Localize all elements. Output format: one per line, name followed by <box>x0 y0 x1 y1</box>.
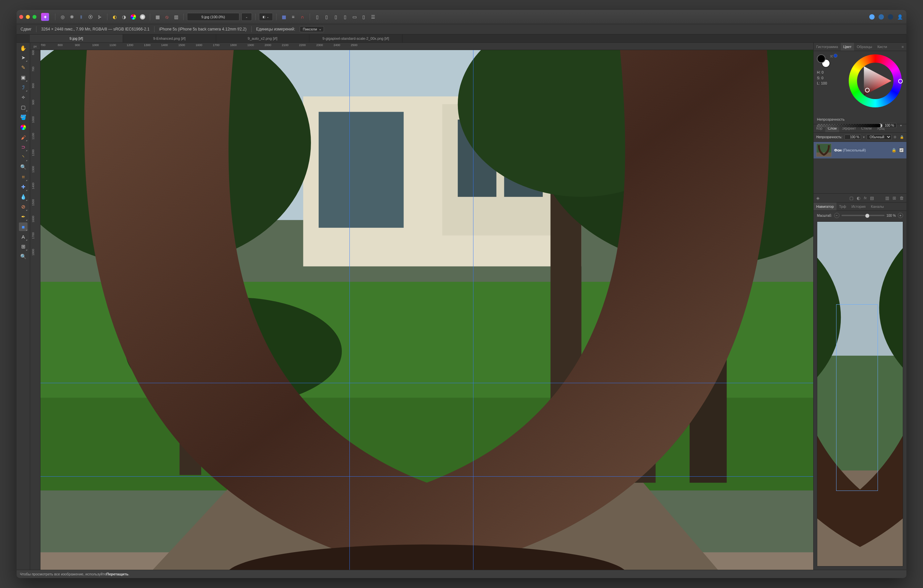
zoom-in-button[interactable]: + <box>898 213 903 218</box>
assistant-b-button[interactable] <box>877 13 885 21</box>
mask-layer-icon[interactable]: ◈ <box>816 195 820 200</box>
snap-guides-button[interactable]: ≡ <box>289 13 297 21</box>
horizontal-ruler[interactable]: 7008009001000110012001300140015001600170… <box>41 43 813 50</box>
crop-layer-icon[interactable]: ▧ <box>870 195 874 200</box>
clone-tool[interactable]: ⌗ <box>19 173 28 181</box>
opacity-slider[interactable] <box>817 124 880 127</box>
persona-liquify-button[interactable]: ❋ <box>68 13 76 21</box>
blur-tool[interactable]: 💧 <box>19 192 28 201</box>
layer-thumbnail[interactable] <box>816 143 831 157</box>
navigator-thumbnail[interactable] <box>817 222 903 567</box>
paint-brush-tool[interactable]: 🖌 <box>19 133 28 141</box>
recent-color-icon[interactable] <box>833 54 838 57</box>
arrange-backward-button[interactable]: ▯ <box>323 13 330 21</box>
tab-navigator[interactable]: Навигатор <box>814 202 836 210</box>
pen-tool[interactable]: ✒ <box>19 212 28 221</box>
vertical-ruler[interactable]: 6007008009001000110012001300140015001600… <box>30 50 41 570</box>
layer-opacity-field[interactable]: 100 % <box>844 135 861 140</box>
units-dropdown[interactable]: Пиксели <box>300 26 324 32</box>
fg-swatch[interactable] <box>817 54 826 63</box>
layer-settings-icon[interactable]: ⚙ <box>893 135 897 139</box>
persona-export-button[interactable]: ⊱ <box>96 13 104 21</box>
tab-history[interactable]: История <box>849 202 868 210</box>
canvas[interactable] <box>41 50 813 570</box>
fgcolor-dropdown[interactable]: ◧ ⌄ <box>259 13 273 21</box>
zoom-dropdown[interactable]: ⌄ <box>241 13 252 21</box>
inpaint-tool[interactable]: ⊘ <box>19 202 28 211</box>
group-icon[interactable]: ▥ <box>885 195 889 200</box>
persona-develop-button[interactable]: ⦀ <box>77 13 85 21</box>
text-tool[interactable]: A <box>19 232 28 241</box>
tab-channels[interactable]: Каналы <box>868 202 887 210</box>
erase-tool[interactable]: ◝ <box>19 153 28 161</box>
guide-horizontal-1[interactable] <box>41 383 813 383</box>
zoom-slider[interactable] <box>841 215 885 216</box>
marquee-tool[interactable]: ▢ <box>19 103 28 112</box>
minimize-window-button[interactable] <box>26 15 30 19</box>
arrange-distribute-button[interactable]: ▯ <box>360 13 368 21</box>
doc-tab-1[interactable]: 9-Enhanced.png [И] <box>123 34 216 43</box>
guide-vertical-1[interactable] <box>350 50 350 570</box>
zoom-tool2[interactable]: 🔍 <box>19 163 28 171</box>
tab-swatches[interactable]: Образцы <box>854 43 875 51</box>
assistant-a-button[interactable] <box>868 13 876 21</box>
persona-tone-button[interactable]: ⦿ <box>87 13 95 21</box>
snap-grid-button[interactable]: ▦ <box>280 13 288 21</box>
navigator-viewport[interactable] <box>836 304 878 491</box>
tab-histogram[interactable]: Гистограмма <box>814 43 841 51</box>
layer-lock-icon[interactable]: 🔒 <box>892 148 897 153</box>
doc-tab-3[interactable]: 9-gigapixel-standard-scale-2_00x.png [И] <box>309 34 402 43</box>
doc-tab-0[interactable]: 9.jpg [И] <box>30 34 123 43</box>
color-picker-tool[interactable]: ✎ <box>19 63 28 72</box>
tab-brushes[interactable]: Кисти <box>875 43 890 51</box>
selection-quick-button[interactable]: ▥ <box>172 13 180 21</box>
maximize-window-button[interactable] <box>33 15 36 19</box>
tab-transform[interactable]: Трф <box>836 202 849 210</box>
layer-visible-checkbox[interactable]: ✓ <box>899 148 904 153</box>
move-tool[interactable]: ➤ <box>19 53 28 62</box>
assistant-c-button[interactable] <box>887 13 895 21</box>
healing-tool[interactable]: ✚ <box>19 182 28 191</box>
doc-tab-2[interactable]: 9_auto_x2.png [И] <box>216 34 309 43</box>
arrange-forward-button[interactable]: ▯ <box>332 13 340 21</box>
gradient-tool[interactable] <box>19 123 28 131</box>
blend-mode-dropdown[interactable]: Обычный <box>867 134 892 140</box>
selection-refine-button[interactable]: ⦸ <box>163 13 171 21</box>
tab-color[interactable]: Цвет <box>841 43 854 51</box>
arrange-back-button[interactable]: ▯ <box>313 13 321 21</box>
opacity-value[interactable]: 100 % <box>882 123 897 128</box>
paint-mixer-tool[interactable]: ⊃ <box>19 143 28 151</box>
adjust-bw-button[interactable]: ◑ <box>120 13 128 21</box>
swap-colors-icon[interactable]: ⤭ <box>829 54 833 57</box>
guide-vertical-2[interactable] <box>473 50 473 570</box>
color-panel-menu-icon[interactable]: ≡ <box>899 45 907 49</box>
adjust-gradient-button[interactable] <box>139 13 146 21</box>
color-wheel[interactable] <box>849 54 902 107</box>
close-window-button[interactable] <box>19 15 23 19</box>
layer-row-0[interactable]: Фон (Пиксельный) 🔒 ✓ <box>814 142 907 158</box>
arrange-front-button[interactable]: ▯ <box>341 13 349 21</box>
flood-select-tool[interactable]: ✧ <box>19 93 28 102</box>
snap-magnet-button[interactable]: ∩ <box>298 13 306 21</box>
delete-layer-icon[interactable]: 🗑 <box>900 195 904 200</box>
adjustment-layer-icon[interactable]: ▢ <box>849 195 853 200</box>
zoom-out-button[interactable]: − <box>834 213 839 218</box>
fg-bg-swatches[interactable]: ⤭ <box>817 54 830 67</box>
rectangle-tool[interactable]: ■ <box>19 222 28 231</box>
layer-lock-all-icon[interactable]: 🔒 <box>900 135 904 139</box>
adjust-split-button[interactable]: ◐ <box>111 13 119 21</box>
arrange-align-button[interactable]: ▭ <box>350 13 358 21</box>
selection-brush-tool[interactable]: ℐ <box>19 83 28 92</box>
fx-icon[interactable]: fx <box>864 196 867 200</box>
flood-fill-tool[interactable]: 🪣 <box>19 113 28 122</box>
persona-photo-button[interactable]: ◎ <box>59 13 67 21</box>
hand-tool-header-icon[interactable]: ✋ <box>16 44 30 52</box>
account-button[interactable]: 👤 <box>896 13 904 21</box>
crop-tool[interactable]: ▣ <box>19 73 28 82</box>
selection-marquee-button[interactable]: ▦ <box>153 13 161 21</box>
mesh-tool[interactable]: ⊞ <box>19 242 28 251</box>
live-filter-icon[interactable]: ◐ <box>857 195 861 200</box>
view-tool[interactable]: 🔍 <box>19 252 28 261</box>
adjust-color-button[interactable] <box>129 13 137 21</box>
arrange-more-button[interactable]: ☰ <box>369 13 377 21</box>
